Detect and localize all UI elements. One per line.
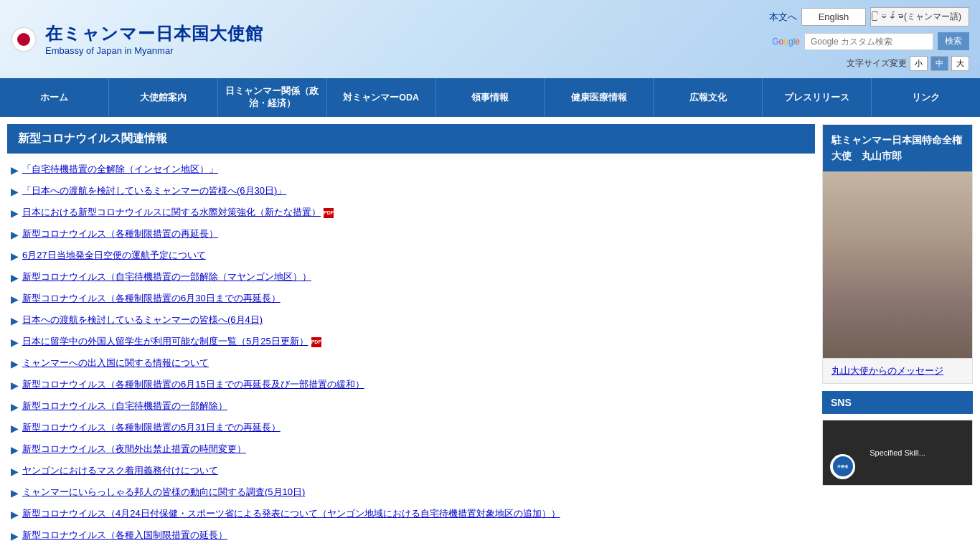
news-item: ▶新型コロナウイルス（各種制限措置の再延長） <box>11 227 811 242</box>
nav-item-consular[interactable]: 領事情報 <box>436 78 545 117</box>
news-item: ▶6月27日当地発全日空便の運航予定について <box>11 248 811 264</box>
news-item: ▶日本への渡航を検討しているミャンマーの皆様へ(6月4日) <box>11 313 811 329</box>
news-item: ▶新型コロナウイルス（4月24日付保健・スポーツ省による発表について（ヤンゴン地… <box>11 507 811 522</box>
fontsize-medium-button[interactable]: 中 <box>930 56 948 71</box>
news-item: ▶ミャンマーへの出入国に関する情報について <box>11 356 811 372</box>
mofaj-logo: 外務省 <box>830 454 855 479</box>
news-link[interactable]: 新型コロナウイルス（各種制限措置の6月15日までの再延長及び一部措置の緩和） <box>22 377 364 392</box>
ambassador-title: 駐ミャンマー日本国特命全権大使 丸山市郎 <box>823 125 972 171</box>
search-input[interactable] <box>804 33 933 50</box>
news-list: ▶「自宅待機措置の全解除（インセイン地区）」▶「日本への渡航を検討しているミャン… <box>7 162 815 551</box>
bullet-icon: ▶ <box>11 184 19 199</box>
news-link[interactable]: 6月27日当地発全日空便の運航予定について <box>22 248 206 263</box>
bullet-icon: ▶ <box>11 248 19 264</box>
site-title-en: Embassy of Japan in Myanmar <box>45 45 263 56</box>
site-title-jp: 在ミャンマー日本国大使館 <box>45 22 263 45</box>
google-logo: Google <box>772 37 800 47</box>
fontsize-row: 文字サイズ変更 小 中 大 <box>847 56 969 71</box>
nav-item-home[interactable]: ホーム <box>0 78 109 117</box>
search-row: Google 検索 <box>772 32 969 50</box>
sns-video-text: Specified Skill... <box>866 445 929 461</box>
nav-item-relations[interactable]: 日ミャンマー関係（政治・経済） <box>218 78 327 117</box>
news-item: ▶ヤンゴンにおけるマスク着用義務付けについて <box>11 463 811 479</box>
news-link[interactable]: 日本への渡航を検討しているミャンマーの皆様へ(6月4日) <box>22 313 263 327</box>
news-link[interactable]: 日本における新型コロナウイルスに関する水際対策強化（新たな措置）PDF <box>22 205 334 220</box>
ambassador-box: 駐ミャンマー日本国特命全権大使 丸山市郎 丸山大使からのメッセージ <box>822 124 973 384</box>
news-link[interactable]: ミャンマーにいらっしゃる邦人の皆様の動向に関する調査(5月10日) <box>22 485 305 499</box>
news-item: ▶新型コロナウイルス（自宅待機措置の一部解除） <box>11 399 811 415</box>
bullet-icon: ▶ <box>11 442 19 458</box>
main-content: 新型コロナウイルス関連情報 ▶「自宅待機措置の全解除（インセイン地区）」▶「日本… <box>0 117 980 551</box>
header-right: 本文へ English မြန်မာ(ミャンマー語) Google 検索 文字サ… <box>769 7 969 71</box>
header: 在ミャンマー日本国大使館 Embassy of Japan in Myanmar… <box>0 0 980 78</box>
bullet-icon: ▶ <box>11 356 19 372</box>
main-nav: ホーム大使館案内日ミャンマー関係（政治・経済）対ミャンマーODA領事情報健康医療… <box>0 78 980 117</box>
news-item: ▶新型コロナウイルス（自宅待機措置の一部解除（マヤンゴン地区）） <box>11 270 811 286</box>
mofaj-text: 外務省 <box>837 464 848 468</box>
news-item: ▶ミャンマーにいらっしゃる邦人の皆様の動向に関する調査(5月10日) <box>11 485 811 501</box>
sidebar: 駐ミャンマー日本国特命全権大使 丸山市郎 丸山大使からのメッセージ SNS 外務… <box>822 124 973 551</box>
sns-content: 外務省 Specified Skill... <box>822 420 973 486</box>
nav-item-links[interactable]: リンク <box>872 78 980 117</box>
news-link[interactable]: 新型コロナウイルス（各種入国制限措置の延長） <box>22 528 227 542</box>
content-area: 新型コロナウイルス関連情報 ▶「自宅待機措置の全解除（インセイン地区）」▶「日本… <box>7 124 815 551</box>
nav-item-embassy[interactable]: 大使館案内 <box>109 78 218 117</box>
news-link[interactable]: 日本に留学中の外国人留学生が利用可能な制度一覧（5月25日更新）PDF <box>22 334 321 349</box>
bullet-icon: ▶ <box>11 162 19 178</box>
ambassador-message-link[interactable]: 丸山大使からのメッセージ <box>823 358 972 383</box>
news-item: ▶新型コロナウイルス（各種制限措置の6月15日までの再延長及び一部措置の緩和） <box>11 377 811 393</box>
bullet-icon: ▶ <box>11 291 19 307</box>
bullet-icon: ▶ <box>11 227 19 242</box>
pdf-icon: PDF <box>311 337 321 347</box>
nav-item-oda[interactable]: 対ミャンマーODA <box>327 78 436 117</box>
news-link[interactable]: 新型コロナウイルス（自宅待機措置の一部解除） <box>22 399 227 413</box>
bullet-icon: ▶ <box>11 507 19 522</box>
flag-circle <box>17 33 30 46</box>
bullet-icon: ▶ <box>11 485 19 501</box>
nav-item-culture[interactable]: 広報文化 <box>654 78 763 117</box>
fontsize-large-button[interactable]: 大 <box>951 56 969 71</box>
news-item: ▶日本に留学中の外国人留学生が利用可能な制度一覧（5月25日更新）PDF <box>11 334 811 350</box>
news-link[interactable]: ヤンゴンにおけるマスク着用義務付けについて <box>22 463 218 478</box>
bullet-icon: ▶ <box>11 399 19 415</box>
news-link[interactable]: 「自宅待機措置の全解除（インセイン地区）」 <box>22 162 218 176</box>
news-link[interactable]: 新型コロナウイルス（各種制限措置の再延長） <box>22 227 218 241</box>
bullet-icon: ▶ <box>11 205 19 221</box>
news-link[interactable]: ミャンマーへの出入国に関する情報について <box>22 356 209 370</box>
fontsize-label: 文字サイズ変更 <box>847 57 907 70</box>
search-button[interactable]: 検索 <box>938 32 969 50</box>
bullet-icon: ▶ <box>11 377 19 393</box>
bullet-icon: ▶ <box>11 334 19 350</box>
news-item: ▶「日本への渡航を検討しているミャンマーの皆様へ(6月30日)」 <box>11 184 811 199</box>
news-link[interactable]: 新型コロナウイルス（自宅待機措置の一部解除（マヤンゴン地区）） <box>22 270 311 284</box>
fontsize-small-button[interactable]: 小 <box>910 56 928 71</box>
bullet-icon: ▶ <box>11 420 19 436</box>
news-link[interactable]: 新型コロナウイルス（夜間外出禁止措置の時間変更） <box>22 442 246 456</box>
pdf-icon: PDF <box>324 208 334 218</box>
news-link[interactable]: 「日本への渡航を検討しているミャンマーの皆様へ(6月30日)」 <box>22 184 286 198</box>
japan-flag <box>11 27 37 52</box>
news-item: ▶新型コロナウイルス（各種入国制限措置の延長） <box>11 528 811 544</box>
bullet-icon: ▶ <box>11 313 19 329</box>
ambassador-photo-placeholder <box>823 171 972 358</box>
nav-item-press[interactable]: プレスリリース <box>763 78 872 117</box>
ambassador-photo <box>823 171 972 358</box>
news-item: ▶「自宅待機措置の全解除（インセイン地区）」 <box>11 162 811 178</box>
news-item: ▶新型コロナウイルス（夜間外出禁止措置の時間変更） <box>11 442 811 458</box>
honbun-link[interactable]: 本文へ <box>769 11 797 24</box>
section-header: 新型コロナウイルス関連情報 <box>7 124 815 154</box>
sns-header: SNS <box>822 391 973 414</box>
site-title-block: 在ミャンマー日本国大使館 Embassy of Japan in Myanmar <box>45 22 263 56</box>
sns-video[interactable]: 外務省 Specified Skill... <box>823 420 972 485</box>
flag-inner <box>11 27 37 52</box>
sns-box: SNS 外務省 Specified Skill... <box>822 391 973 486</box>
header-left: 在ミャンマー日本国大使館 Embassy of Japan in Myanmar <box>11 22 263 56</box>
bullet-icon: ▶ <box>11 528 19 544</box>
english-button[interactable]: English <box>801 8 866 26</box>
news-link[interactable]: 新型コロナウイルス（各種制限措置の6月30日までの再延長） <box>22 291 281 306</box>
myanmar-button[interactable]: မြန်မာ(ミャンマー語) <box>870 7 969 27</box>
news-item: ▶新型コロナウイルス（各種制限措置の6月30日までの再延長） <box>11 291 811 307</box>
nav-item-health[interactable]: 健康医療情報 <box>545 78 654 117</box>
news-link[interactable]: 新型コロナウイルス（4月24日付保健・スポーツ省による発表について（ヤンゴン地域… <box>22 507 560 521</box>
news-link[interactable]: 新型コロナウイルス（各種制限措置の5月31日までの再延長） <box>22 420 281 435</box>
